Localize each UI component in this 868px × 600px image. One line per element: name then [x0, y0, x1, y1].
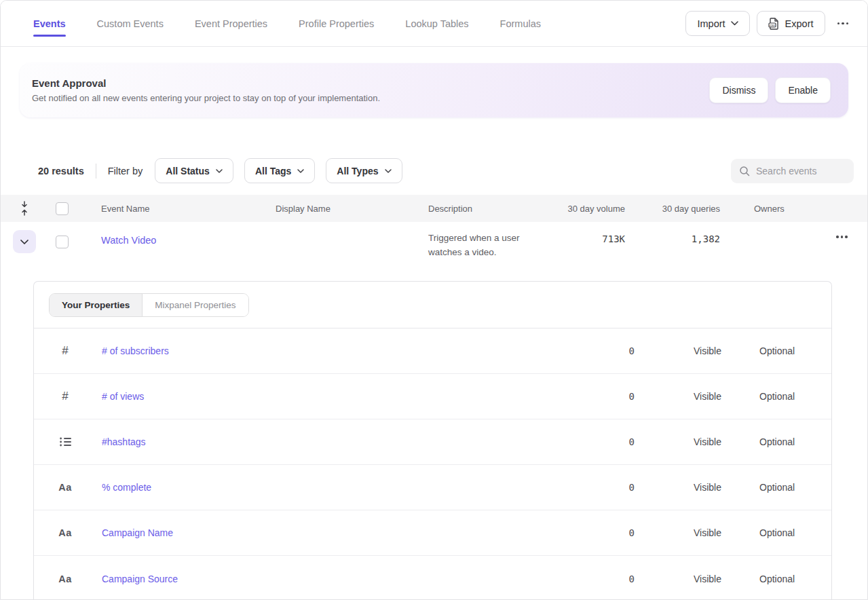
property-row: # # of subscribers 0 Visible Optional: [34, 329, 831, 374]
import-button[interactable]: Import: [685, 11, 749, 36]
property-name-link[interactable]: # of subscribers: [102, 345, 169, 356]
col-event-name: Event Name: [75, 204, 276, 214]
search-input[interactable]: [756, 166, 846, 176]
col-queries: 30 day queries: [625, 204, 720, 214]
property-name-link[interactable]: Campaign Name: [102, 527, 173, 538]
svg-text:csv: csv: [770, 22, 775, 26]
tags-filter-dropdown[interactable]: All Tags: [244, 158, 315, 183]
event-name-link[interactable]: Watch Video: [101, 235, 156, 246]
nav-tabs: Events Custom Events Event Properties Pr…: [33, 2, 685, 45]
property-visibility: Visible: [635, 436, 759, 447]
types-filter-label: All Types: [337, 166, 378, 176]
property-requirement: Optional: [759, 574, 822, 584]
col-owners: Owners: [720, 204, 815, 214]
search-box: [731, 159, 854, 183]
export-button[interactable]: csv Export: [757, 11, 825, 36]
chevron-down-icon: [297, 169, 304, 173]
col-display-name: Display Name: [276, 204, 428, 214]
banner-actions: Dismiss Enable: [709, 77, 831, 103]
table-header: Event Name Display Name Description 30 d…: [1, 195, 867, 222]
search-icon: [739, 166, 750, 176]
row-more-button[interactable]: [831, 230, 853, 241]
col-description: Description: [428, 204, 557, 214]
property-requirement: Optional: [759, 527, 822, 538]
property-visibility: Visible: [635, 482, 759, 493]
property-row: Aa Campaign Source 0 Visible Optional: [34, 556, 831, 600]
tab-your-properties[interactable]: Your Properties: [50, 294, 143, 316]
status-filter-label: All Status: [166, 166, 210, 176]
property-row: # # of views 0 Visible Optional: [34, 374, 831, 419]
property-name-link[interactable]: Campaign Source: [102, 574, 178, 584]
property-requirement: Optional: [759, 482, 822, 493]
filter-bar: 20 results Filter by All Status All Tags…: [38, 158, 854, 183]
event-volume: 713K: [557, 230, 625, 244]
property-query-count: 0: [553, 391, 635, 402]
types-filter-dropdown[interactable]: All Types: [326, 158, 402, 183]
chevron-down-icon: [20, 240, 29, 244]
property-row: Aa Campaign Name 0 Visible Optional: [34, 510, 831, 556]
property-query-count: 0: [553, 574, 635, 584]
property-row: Aa % complete 0 Visible Optional: [34, 465, 831, 510]
nav-actions: Import csv Export: [685, 11, 854, 36]
more-options-icon: [837, 22, 849, 25]
row-checkbox[interactable]: [56, 236, 69, 248]
property-query-count: 0: [553, 345, 635, 356]
chevron-down-icon: [385, 169, 392, 173]
import-button-label: Import: [697, 18, 725, 29]
text-type-icon: Aa: [58, 527, 72, 538]
csv-file-icon: csv: [768, 18, 780, 30]
dismiss-button[interactable]: Dismiss: [709, 77, 768, 103]
top-nav: Events Custom Events Event Properties Pr…: [1, 1, 867, 47]
chevron-down-icon: [216, 169, 223, 173]
property-name-link[interactable]: #hashtags: [102, 436, 146, 447]
property-visibility: Visible: [635, 527, 759, 538]
property-query-count: 0: [553, 482, 635, 493]
property-visibility: Visible: [635, 574, 759, 584]
event-approval-banner: Event Approval Get notified on all new e…: [20, 63, 848, 117]
lexicon-page: Events Custom Events Event Properties Pr…: [0, 0, 868, 600]
property-visibility: Visible: [635, 345, 759, 356]
filter-by-label: Filter by: [108, 166, 143, 176]
more-options-icon: [836, 236, 848, 238]
property-visibility: Visible: [635, 391, 759, 402]
divider: [96, 164, 96, 179]
property-row: #hashtags 0 Visible Optional: [34, 419, 831, 465]
property-query-count: 0: [553, 436, 635, 447]
enable-button[interactable]: Enable: [775, 77, 831, 103]
tab-profile-properties[interactable]: Profile Properties: [299, 2, 374, 45]
tab-mixpanel-properties[interactable]: Mixpanel Properties: [143, 294, 248, 316]
banner-title: Event Approval: [32, 77, 380, 89]
banner-text: Event Approval Get notified on all new e…: [32, 77, 380, 103]
property-requirement: Optional: [759, 436, 822, 447]
tags-filter-label: All Tags: [255, 166, 291, 176]
tab-events[interactable]: Events: [33, 2, 66, 45]
event-properties-panel: Your Properties Mixpanel Properties # # …: [33, 281, 832, 600]
collapse-row-button[interactable]: [13, 230, 36, 253]
select-all-checkbox[interactable]: [56, 202, 69, 215]
collapse-all-icon[interactable]: [20, 201, 29, 216]
property-query-count: 0: [553, 527, 635, 538]
list-type-icon: [60, 437, 71, 447]
results-count: 20 results: [38, 166, 84, 176]
text-type-icon: Aa: [58, 574, 72, 584]
nav-more-button[interactable]: [832, 20, 854, 28]
tab-custom-events[interactable]: Custom Events: [97, 2, 164, 45]
chevron-down-icon: [731, 21, 738, 26]
banner-description: Get notified on all new events entering …: [32, 93, 380, 103]
tab-formulas[interactable]: Formulas: [500, 2, 541, 45]
col-volume: 30 day volume: [557, 204, 625, 214]
text-type-icon: Aa: [58, 482, 72, 493]
export-button-label: Export: [785, 18, 814, 29]
event-queries: 1,382: [625, 230, 720, 244]
tab-lookup-tables[interactable]: Lookup Tables: [405, 2, 468, 45]
event-table-row: Watch Video Triggered when a user watche…: [1, 222, 867, 281]
numeric-type-icon: #: [62, 390, 68, 403]
numeric-type-icon: #: [62, 344, 68, 358]
status-filter-dropdown[interactable]: All Status: [155, 158, 233, 183]
property-name-link[interactable]: % complete: [102, 482, 151, 493]
property-requirement: Optional: [759, 345, 822, 356]
property-requirement: Optional: [759, 391, 822, 402]
property-name-link[interactable]: # of views: [102, 391, 144, 402]
tab-event-properties[interactable]: Event Properties: [195, 2, 267, 45]
event-description: Triggered when a user watches a video.: [428, 230, 557, 260]
